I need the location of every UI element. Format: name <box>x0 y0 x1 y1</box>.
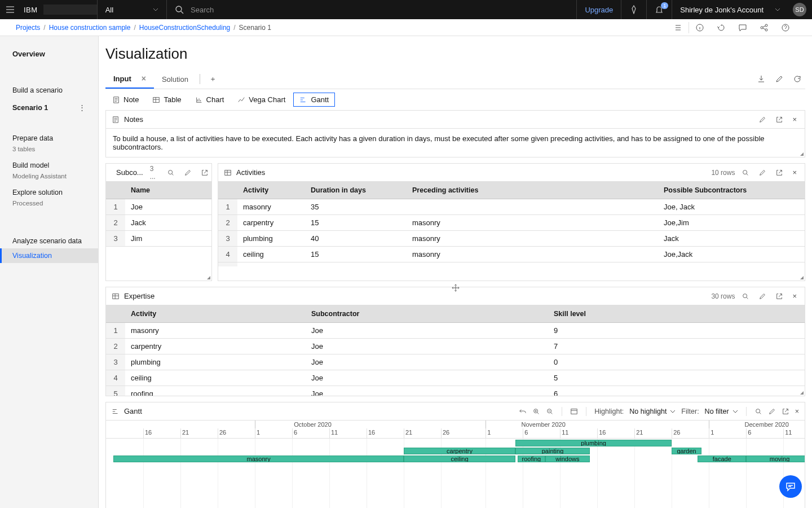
tool-table[interactable]: Table <box>147 93 187 106</box>
gantt-tick-label: 11 <box>783 428 792 439</box>
table-row[interactable]: 1masonryJoe9 <box>106 323 805 339</box>
search-icon[interactable] <box>739 292 752 300</box>
popout-icon[interactable] <box>773 116 785 124</box>
close-icon[interactable]: × <box>790 292 799 300</box>
move-icon[interactable] <box>452 284 460 292</box>
table-row[interactable]: 5roofingJoe6 <box>106 386 805 396</box>
edit-icon[interactable] <box>756 169 769 177</box>
sidebar-build-model[interactable]: Build model <box>0 158 98 173</box>
table-row[interactable]: 2carpentry15masonryJoe,Jim <box>218 215 805 231</box>
table-row[interactable]: 5roofing5carpentryJoe,Jack <box>218 262 805 267</box>
resize-handle[interactable] <box>800 152 804 156</box>
activities-rowcount: 10 rows <box>711 169 735 177</box>
upgrade-link[interactable]: Upgrade <box>576 0 621 19</box>
close-icon[interactable]: × <box>790 168 799 177</box>
gantt-task-ceiling[interactable]: ceiling <box>404 456 515 462</box>
kebab-icon[interactable]: ⋮ <box>78 103 86 112</box>
table-row[interactable]: 4ceiling15masonryJoe,Jack <box>218 247 805 262</box>
breadcrumb-projects[interactable]: Projects <box>16 24 40 32</box>
table-row[interactable]: 2Jack <box>106 215 211 231</box>
gantt-task-moving[interactable]: moving <box>746 456 805 462</box>
close-icon[interactable]: × <box>795 408 799 415</box>
refresh-icon[interactable] <box>793 75 802 84</box>
table-row[interactable]: 3Jim <box>106 231 211 247</box>
sidebar-overview[interactable]: Overview <box>0 45 98 66</box>
highlight-select[interactable]: No highlight <box>629 408 676 415</box>
add-tab-icon[interactable]: ＋ <box>204 74 222 84</box>
gantt-task-facade[interactable]: facade <box>698 456 746 462</box>
edit-icon[interactable] <box>775 75 784 84</box>
help-icon[interactable] <box>775 19 796 36</box>
avatar[interactable]: SD <box>793 3 806 16</box>
sidebar-build-scenario[interactable]: Build a scenario <box>0 83 98 98</box>
expertise-panel: Expertise 30 rows × Activity Subcontract… <box>105 287 805 396</box>
close-icon[interactable]: × <box>790 115 799 124</box>
share-icon[interactable] <box>753 19 775 36</box>
tool-gantt[interactable]: Gantt <box>293 93 335 107</box>
sidebar-scenario1[interactable]: Scenario 1 ⋮ <box>0 98 98 114</box>
compass-icon[interactable] <box>621 0 646 19</box>
gantt-task-plumbing[interactable]: plumbing <box>515 440 672 446</box>
info-icon[interactable] <box>689 19 710 36</box>
table-row[interactable]: 4ceilingJoe5 <box>106 370 805 386</box>
gantt-task-masonry[interactable]: masonry <box>113 456 404 462</box>
menu-icon[interactable] <box>6 5 15 14</box>
gantt-task-carpentry[interactable]: carpentry <box>404 448 515 454</box>
fit-icon[interactable] <box>570 408 578 415</box>
history-icon[interactable] <box>710 19 732 36</box>
tab-input[interactable]: Input × <box>105 69 154 89</box>
popout-icon[interactable] <box>198 169 211 177</box>
gantt-chart[interactable]: October 2020November 2020December 202016… <box>106 421 805 508</box>
table-row[interactable]: 2carpentryJoe7 <box>106 339 805 354</box>
edit-icon[interactable] <box>182 169 194 177</box>
table-row[interactable]: 1masonry35Joe, Jack <box>218 199 805 215</box>
chevron-down-icon <box>732 410 738 413</box>
notifications-icon[interactable]: 1 <box>646 0 672 19</box>
edit-icon[interactable] <box>756 292 769 300</box>
search-icon[interactable] <box>175 5 184 14</box>
gantt-task-windows[interactable]: windows <box>545 456 590 462</box>
resize-handle[interactable] <box>800 276 804 279</box>
tool-vega[interactable]: Vega Chart <box>232 93 291 106</box>
edit-icon[interactable] <box>768 408 776 415</box>
download-icon[interactable] <box>757 75 766 84</box>
gantt-task-garden[interactable]: garden <box>672 448 701 454</box>
popout-icon[interactable] <box>773 292 785 300</box>
list-icon[interactable] <box>667 19 689 36</box>
search-input[interactable] <box>189 5 359 15</box>
zoom-in-icon[interactable] <box>532 408 540 415</box>
gantt-tick-label: 6 <box>523 428 528 439</box>
breadcrumb-asset[interactable]: HouseConstructionScheduling <box>139 24 230 32</box>
scope-dropdown[interactable]: All <box>97 0 166 19</box>
tab-solution[interactable]: Solution <box>154 71 196 88</box>
close-icon[interactable]: × <box>142 74 146 83</box>
account-menu[interactable]: Shirley de Jonk's Account <box>672 0 788 19</box>
gantt-task-roofing[interactable]: roofing <box>518 456 545 462</box>
resize-handle[interactable] <box>207 276 210 279</box>
sidebar-analyze[interactable]: Analyze scenario data <box>0 234 98 248</box>
edit-icon[interactable] <box>756 116 769 124</box>
sidebar-prepare-data[interactable]: Prepare data <box>0 131 98 146</box>
search-icon[interactable] <box>739 169 752 177</box>
popout-icon[interactable] <box>782 408 789 415</box>
undo-icon[interactable] <box>519 408 527 415</box>
search-icon[interactable] <box>754 408 762 415</box>
table-row[interactable]: 3plumbing40masonryJack <box>218 231 805 247</box>
resize-handle[interactable] <box>800 391 804 395</box>
sidebar-explore-solution[interactable]: Explore solution <box>0 185 98 200</box>
zoom-out-icon[interactable] <box>546 408 554 415</box>
search-icon[interactable] <box>165 169 177 177</box>
tool-note[interactable]: Note <box>107 93 144 106</box>
gantt-task-painting[interactable]: painting <box>515 448 590 454</box>
product-switcher[interactable] <box>43 5 97 15</box>
table-row[interactable]: 1Joe <box>106 199 211 215</box>
breadcrumb-project[interactable]: House construction sample <box>49 24 131 32</box>
table-row[interactable]: 3plumbingJoe0 <box>106 354 805 370</box>
tool-chart[interactable]: Chart <box>189 93 230 106</box>
chat-icon[interactable] <box>732 19 753 36</box>
subcontractors-title: Subco... <box>116 168 143 177</box>
chat-fab[interactable] <box>779 475 802 498</box>
popout-icon[interactable] <box>773 169 785 177</box>
filter-select[interactable]: No filter <box>705 408 738 415</box>
sidebar-visualization[interactable]: Visualization <box>0 248 98 263</box>
